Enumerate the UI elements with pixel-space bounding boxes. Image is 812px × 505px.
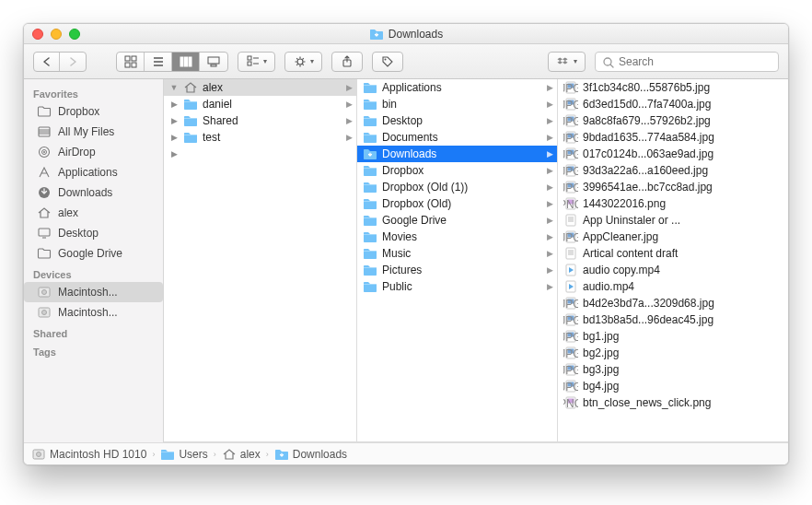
file-row[interactable]: Applications▶ — [357, 79, 557, 96]
titlebar[interactable]: Downloads — [24, 24, 788, 44]
minimize-button[interactable] — [51, 29, 62, 40]
breadcrumb-item[interactable]: Downloads — [274, 447, 347, 462]
file-label: Music — [382, 247, 539, 260]
file-row[interactable]: audio copy.mp4 — [558, 262, 788, 278]
file-row[interactable]: Google Drive▶ — [357, 212, 557, 229]
file-row[interactable]: 9bdad1635...774aa584.jpg — [558, 129, 788, 146]
sidebar-item-label: Desktop — [58, 227, 99, 240]
file-row[interactable]: 017c0124b...063ae9ad.jpg — [558, 146, 788, 162]
sidebar-item[interactable]: Macintosh... — [24, 282, 163, 302]
file-row[interactable]: 9a8c8fa679...57926b2.jpg — [558, 112, 788, 129]
file-row[interactable]: 3f1cb34c80...55876b5.jpg — [558, 79, 788, 96]
file-label: bd13b8a5d...96deac45.jpg — [583, 313, 784, 326]
column-view-button[interactable] — [172, 53, 200, 71]
disk-icon — [37, 305, 52, 320]
file-row[interactable]: bg3.jpg — [558, 361, 788, 378]
file-row[interactable]: 3996541ae...bc7cc8ad.jpg — [558, 179, 788, 195]
view-mode-buttons — [116, 52, 228, 72]
folder-icon — [363, 279, 377, 294]
file-row[interactable]: ▶test▶ — [164, 129, 356, 146]
zoom-button[interactable] — [69, 29, 80, 40]
file-row[interactable]: Dropbox▶ — [357, 162, 557, 179]
file-row[interactable]: bg2.jpg — [558, 345, 788, 361]
folder-icon — [363, 97, 377, 112]
file-row[interactable]: bg1.jpg — [558, 328, 788, 345]
forward-button[interactable] — [60, 53, 86, 71]
file-row[interactable]: 6d3ed15d0...7fa7400a.jpg — [558, 96, 788, 112]
home-icon — [37, 206, 52, 220]
jpg-icon — [563, 180, 578, 194]
file-row[interactable]: btn_close_news_click.png — [558, 394, 788, 411]
breadcrumb-item[interactable]: Users — [160, 447, 207, 462]
window-controls — [32, 29, 80, 40]
sidebar-item[interactable]: Macintosh... — [24, 302, 163, 323]
search-input[interactable] — [619, 55, 772, 68]
file-row[interactable]: Pictures▶ — [357, 262, 557, 278]
file-row[interactable]: ▶Shared▶ — [164, 112, 356, 129]
chevron-right-icon: ▶ — [544, 116, 553, 125]
file-row[interactable]: b4d2e3bd7a...3209d68.jpg — [558, 295, 788, 311]
txt-icon — [563, 213, 578, 228]
file-row[interactable]: ▼alex▶ — [164, 79, 356, 96]
disclosure-triangle[interactable]: ▼ — [169, 83, 179, 92]
sidebar-item[interactable]: Google Drive — [24, 243, 163, 264]
icon-view-button[interactable] — [117, 53, 145, 71]
breadcrumb-label: Downloads — [293, 448, 347, 461]
jpg-icon — [563, 229, 578, 244]
share-button[interactable] — [331, 52, 363, 72]
chevron-right-icon: ▶ — [544, 249, 553, 258]
file-row[interactable]: Artical content draft — [558, 245, 788, 262]
dropbox-button[interactable]: ▾ — [548, 52, 586, 72]
file-row[interactable]: bin▶ — [357, 96, 557, 112]
sidebar-item[interactable]: alex — [24, 203, 163, 223]
sidebar-item[interactable]: AirDrop — [24, 142, 163, 162]
sidebar-item[interactable]: Applications — [24, 162, 163, 182]
file-row[interactable]: Dropbox (Old)▶ — [357, 195, 557, 212]
file-label: daniel — [203, 98, 339, 111]
folder-icon — [363, 180, 377, 194]
chevron-right-icon: ▶ — [544, 232, 553, 241]
sidebar-item[interactable]: All My Files — [24, 122, 163, 142]
search-field[interactable] — [595, 52, 779, 72]
sidebar-item[interactable]: Downloads — [24, 182, 163, 203]
disclosure-triangle[interactable]: ▶ — [169, 100, 179, 109]
tags-button[interactable] — [372, 52, 403, 72]
chevron-right-icon: ▶ — [343, 116, 353, 125]
breadcrumb-item[interactable]: alex — [222, 447, 261, 462]
close-button[interactable] — [32, 29, 43, 40]
file-row[interactable]: Downloads▶ — [357, 146, 557, 162]
file-row[interactable]: Movies▶ — [357, 229, 557, 245]
list-view-button[interactable] — [145, 53, 172, 71]
file-row[interactable]: 1443022016.png — [558, 195, 788, 212]
file-row[interactable]: App Uninstaler or ... — [558, 212, 788, 229]
chevron-right-icon: ▶ — [544, 199, 553, 208]
breadcrumb-item[interactable]: Macintosh HD 1010 — [31, 447, 146, 462]
file-row[interactable]: Desktop▶ — [357, 112, 557, 129]
file-row[interactable]: Public▶ — [357, 278, 557, 295]
file-row[interactable]: ▶daniel▶ — [164, 96, 356, 112]
file-label: b4d2e3bd7a...3209d68.jpg — [583, 297, 784, 310]
path-bar: Macintosh HD 1010›Users›alex›Downloads — [24, 442, 788, 464]
file-label: test — [203, 131, 339, 144]
file-row[interactable]: Documents▶ — [357, 129, 557, 146]
file-row[interactable]: audio.mp4 — [558, 278, 788, 295]
sidebar-item-label: Dropbox — [58, 105, 99, 118]
jpg-icon — [563, 362, 578, 377]
sidebar-item[interactable]: Dropbox — [24, 101, 163, 122]
sidebar-item[interactable]: Desktop — [24, 223, 163, 243]
action-button[interactable]: ▾ — [284, 52, 322, 72]
file-row[interactable]: 93d3a22a6...a160eed.jpg — [558, 162, 788, 179]
arrange-button[interactable]: ▾ — [238, 52, 275, 72]
sidebar: FavoritesDropboxAll My FilesAirDropAppli… — [24, 79, 164, 442]
file-row[interactable]: bd13b8a5d...96deac45.jpg — [558, 311, 788, 328]
disclosure-triangle[interactable]: ▶ — [169, 133, 179, 142]
file-row[interactable]: AppCleaner.jpg — [558, 229, 788, 245]
file-row[interactable]: Dropbox (Old (1))▶ — [357, 179, 557, 195]
home-icon — [183, 80, 198, 95]
file-row[interactable]: bg4.jpg — [558, 378, 788, 394]
file-row[interactable]: Music▶ — [357, 245, 557, 262]
disclosure-triangle[interactable]: ▶ — [169, 116, 179, 125]
chevron-right-icon: ▶ — [544, 182, 553, 192]
coverflow-view-button[interactable] — [200, 53, 227, 71]
back-button[interactable] — [34, 53, 60, 71]
